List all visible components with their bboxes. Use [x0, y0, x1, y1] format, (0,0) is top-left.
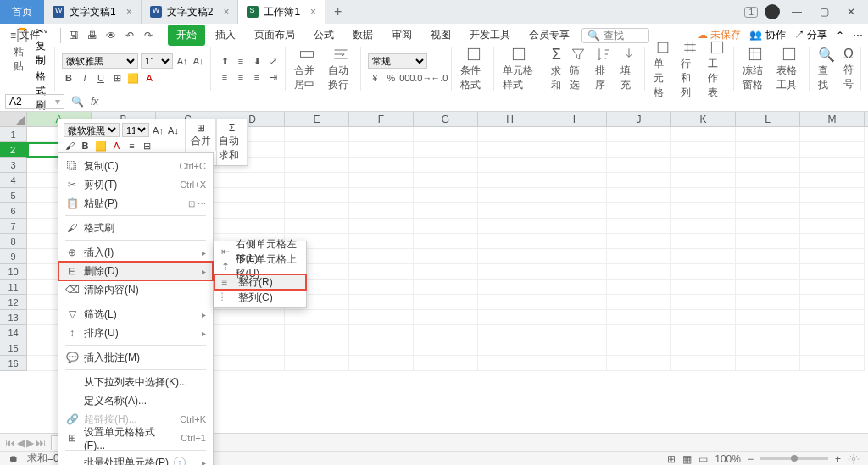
cell[interactable]: [349, 280, 414, 295]
row-header[interactable]: 11: [0, 280, 27, 295]
shrink-font-icon[interactable]: A↓: [167, 124, 180, 137]
font-size-select[interactable]: 11: [141, 53, 173, 69]
zoom-fx-icon[interactable]: 🔍: [71, 96, 84, 108]
col-header-K[interactable]: K: [671, 112, 736, 126]
redo-icon[interactable]: ↷: [141, 28, 156, 43]
cell[interactable]: [349, 325, 414, 340]
cell[interactable]: [349, 264, 414, 280]
cell[interactable]: [542, 203, 607, 219]
settings-icon[interactable]: [848, 453, 860, 465]
cell[interactable]: [220, 188, 285, 203]
bold-button[interactable]: B: [79, 139, 92, 152]
fill-color-icon[interactable]: 🟨: [94, 139, 108, 152]
row-header[interactable]: 9: [0, 249, 27, 264]
home-tab[interactable]: 首页: [0, 0, 44, 24]
cell[interactable]: [285, 142, 349, 158]
row-header[interactable]: 14: [0, 325, 27, 340]
cell[interactable]: [607, 264, 671, 280]
cell[interactable]: [736, 127, 800, 142]
cell[interactable]: [800, 173, 865, 188]
cell[interactable]: [542, 264, 607, 280]
grow-font-icon[interactable]: A↑: [175, 54, 189, 68]
cell[interactable]: [285, 173, 349, 188]
row-header[interactable]: 10: [0, 264, 27, 280]
cell[interactable]: [607, 280, 671, 295]
undo-icon[interactable]: ↶: [122, 28, 137, 43]
cell[interactable]: [736, 249, 800, 264]
cell[interactable]: [285, 158, 349, 173]
cell[interactable]: [349, 295, 414, 310]
cell[interactable]: [414, 203, 478, 219]
ribbon-tab-insert[interactable]: 插入: [207, 25, 244, 46]
sheet-prev-icon[interactable]: ◀: [17, 437, 25, 449]
cell[interactable]: [736, 234, 800, 249]
symbol-button[interactable]: Ω符号: [840, 45, 857, 94]
sub-entire-col[interactable]: ⦙整列(C): [214, 290, 306, 305]
cell[interactable]: [220, 325, 285, 340]
cell[interactable]: [736, 158, 800, 173]
sum-button[interactable]: Σ求和: [548, 44, 565, 95]
cell[interactable]: [542, 173, 607, 188]
view-reading-icon[interactable]: ▭: [698, 453, 708, 465]
cell[interactable]: [607, 249, 671, 264]
cell[interactable]: [736, 173, 800, 188]
cell[interactable]: [220, 356, 285, 371]
row-header[interactable]: 13: [0, 310, 27, 325]
cell[interactable]: [542, 249, 607, 264]
col-header-H[interactable]: H: [478, 112, 542, 126]
cell[interactable]: [671, 188, 736, 203]
cell[interactable]: [478, 188, 542, 203]
cell[interactable]: [607, 188, 671, 203]
freeze-button[interactable]: 冻结窗格: [739, 44, 771, 94]
select-all-corner[interactable]: [0, 112, 27, 126]
record-icon[interactable]: ⏺: [8, 453, 19, 465]
cell[interactable]: [478, 295, 542, 310]
collab-button[interactable]: 👥 协作: [749, 28, 785, 42]
preview-icon[interactable]: 👁: [103, 28, 119, 43]
cell[interactable]: [607, 340, 671, 356]
cell[interactable]: [414, 310, 478, 325]
ribbon-tab-start[interactable]: 开始: [168, 25, 205, 46]
sheet-first-icon[interactable]: ⏮: [5, 437, 15, 449]
cell[interactable]: [800, 142, 865, 158]
col-header-L[interactable]: L: [736, 112, 800, 126]
find-button[interactable]: 🔍查找: [815, 45, 838, 94]
number-format-select[interactable]: 常规: [368, 53, 427, 69]
cell[interactable]: [800, 295, 865, 310]
row-header[interactable]: 4: [0, 173, 27, 188]
cell[interactable]: [800, 325, 865, 340]
doc-tab-3[interactable]: 工作簿1 ×: [238, 0, 326, 24]
cell[interactable]: [220, 219, 285, 234]
cell[interactable]: [607, 219, 671, 234]
cell[interactable]: [478, 142, 542, 158]
col-header-F[interactable]: F: [349, 112, 414, 126]
ribbon-tab-view[interactable]: 视图: [422, 25, 459, 46]
align-mid-icon[interactable]: ≡: [234, 54, 248, 68]
dec-decimal-icon[interactable]: ←.0: [432, 71, 446, 85]
grow-font-icon[interactable]: A↑: [152, 124, 164, 137]
indent-icon[interactable]: ⇥: [266, 70, 280, 84]
cell[interactable]: [285, 356, 349, 371]
cell[interactable]: [478, 310, 542, 325]
cell[interactable]: [736, 325, 800, 340]
cell[interactable]: [800, 310, 865, 325]
name-box[interactable]: A2▾: [5, 94, 64, 109]
font-color-icon[interactable]: A: [110, 139, 123, 152]
fill-color-button[interactable]: 🟨: [126, 71, 140, 85]
cell[interactable]: [607, 310, 671, 325]
cell[interactable]: [607, 295, 671, 310]
cell[interactable]: [414, 356, 478, 371]
cell[interactable]: [414, 249, 478, 264]
cell[interactable]: [736, 219, 800, 234]
cell[interactable]: [478, 340, 542, 356]
cell[interactable]: [542, 234, 607, 249]
cell[interactable]: [800, 234, 865, 249]
minimize-button[interactable]: —: [787, 2, 807, 22]
cell[interactable]: [414, 340, 478, 356]
cell[interactable]: [414, 234, 478, 249]
ctx-filter[interactable]: ▽筛选(L)▸: [58, 305, 213, 324]
font-name-select[interactable]: 微软雅黑: [62, 53, 138, 69]
row-header[interactable]: 3: [0, 158, 27, 173]
cell[interactable]: [800, 340, 865, 356]
cell[interactable]: [542, 127, 607, 142]
